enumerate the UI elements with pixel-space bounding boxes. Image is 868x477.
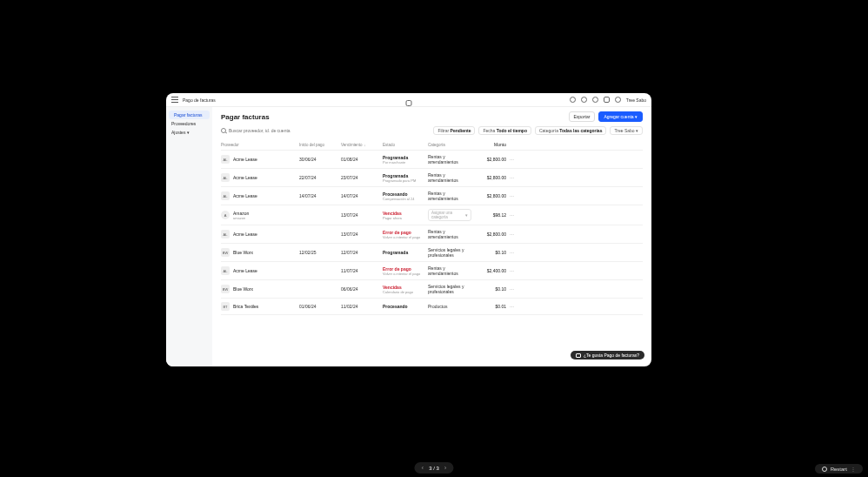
col-provider[interactable]: Proveedor (221, 143, 299, 147)
restart-button[interactable]: Restart ⋮ (815, 464, 863, 474)
add-account-button[interactable]: Agregar cuenta ▾ (598, 111, 643, 122)
cell-provider: AL Acme Lease (221, 266, 299, 275)
provider-badge: AL (221, 191, 230, 200)
cell-start: 30/06/24 (299, 157, 341, 162)
cell-due: 06/06/24 (341, 286, 383, 292)
cell-category: Rentas y arrendamientos (428, 229, 471, 239)
provider-badge: AL (221, 155, 230, 164)
feedback-bubble[interactable]: ¿Te gusta Pago de facturas? (571, 351, 644, 359)
col-amount[interactable]: Monto (471, 142, 506, 147)
cell-category: Productos (428, 304, 471, 309)
sidebar-item-pay-bills[interactable]: Pagar facturas (169, 111, 210, 119)
table-row[interactable]: AL Acme Lease 30/06/24 01/08/24 Programa… (221, 151, 643, 169)
bell-icon[interactable] (592, 97, 598, 103)
center-widget-icon[interactable] (406, 94, 412, 110)
table-row[interactable]: BW Blue Worx 12/02/25 12/07/24 Programad… (221, 244, 643, 262)
table-row[interactable]: AL Acme Lease 11/07/24 Error de pago Vol… (221, 262, 643, 280)
search-input[interactable] (229, 128, 430, 133)
col-status[interactable]: Estado (383, 143, 428, 147)
row-actions[interactable]: ⋯ (506, 250, 517, 255)
pager-next[interactable]: › (444, 464, 447, 472)
filter-user-pill[interactable]: Tree Sabo ▾ (610, 126, 643, 135)
chat-icon (576, 353, 581, 358)
cell-due: 13/07/24 (341, 212, 383, 218)
restart-icon (822, 467, 827, 472)
provider-badge: AL (221, 173, 230, 182)
row-actions[interactable]: ⋯ (506, 304, 517, 309)
app-window: Pago de facturas Tree Sabo Pagar factura… (166, 93, 651, 366)
cell-status: Procesando (383, 304, 428, 309)
row-actions[interactable]: ⋯ (506, 268, 517, 273)
page-title: Pagar facturas (221, 113, 270, 121)
col-start[interactable]: Inicio del pago (299, 143, 341, 147)
export-button[interactable]: Exportar (569, 111, 596, 122)
user-name[interactable]: Tree Sabo (626, 97, 646, 103)
cell-provider: BW Blue Worx (221, 248, 299, 257)
col-category[interactable]: Categoría (428, 143, 471, 147)
search-icon (221, 128, 226, 133)
cell-due: 11/07/24 (341, 268, 383, 273)
provider-badge: AL (221, 230, 230, 238)
cell-amount: $2,400.00 (471, 268, 506, 273)
pager-prev[interactable]: ‹ (421, 464, 424, 472)
cell-amount: $0.01 (471, 304, 506, 309)
cell-status: Programada Por marchante (383, 155, 428, 165)
cell-status: Vencidas Pagar ahora (383, 211, 428, 220)
provider-badge: BT (221, 302, 230, 311)
row-actions[interactable]: ⋯ (506, 212, 517, 218)
cell-category: Servicios legales y profesionales (428, 284, 471, 294)
menu-icon[interactable] (171, 97, 178, 104)
table-row[interactable]: BW Blue Worx 06/06/24 Vencidas Calendari… (221, 280, 643, 299)
row-actions[interactable]: ⋯ (506, 193, 517, 198)
row-actions[interactable]: ⋯ (506, 286, 517, 292)
filter-date-pill[interactable]: Fecha Todo el tiempo (478, 126, 531, 135)
help-icon[interactable] (615, 97, 621, 103)
filter-status-pill[interactable]: Filtrar Pendiente (433, 126, 475, 135)
cell-due: 13/07/24 (341, 232, 383, 237)
invoices-table: Proveedor Inicio del pago Vencimiento↓ E… (212, 139, 651, 366)
cell-amount: $2,800.00 (471, 157, 506, 162)
cell-due: 14/07/24 (341, 193, 383, 198)
category-select[interactable]: Asignar una categoría▾ (428, 209, 471, 221)
app-name: Pago de facturas (183, 97, 216, 103)
cell-due: 23/07/24 (341, 175, 383, 180)
cell-amount: $98.12 (471, 212, 506, 218)
cell-start: 22/07/24 (299, 175, 341, 180)
search-icon[interactable] (570, 97, 576, 103)
cell-provider: AL Acme Lease (221, 155, 299, 164)
cell-provider: BT Brica Textiles (221, 302, 299, 311)
sidebar-item-providers[interactable]: Proveedores (166, 119, 212, 128)
table-row[interactable]: BT Brica Textiles 01/06/24 11/02/24 Proc… (221, 299, 643, 315)
table-row[interactable]: A Amazonamazon 13/07/24 Vencidas Pagar a… (221, 205, 643, 225)
pager: ‹ 3 / 3 › (414, 462, 453, 474)
cell-due: 01/08/24 (341, 157, 383, 162)
provider-badge: A (221, 211, 230, 219)
provider-badge: BW (221, 248, 230, 257)
cell-provider: A Amazonamazon (221, 211, 299, 220)
row-actions[interactable]: ⋯ (506, 175, 517, 180)
cell-status: Error de pago Volver a intentar el pago (383, 266, 428, 276)
provider-badge: BW (221, 285, 230, 293)
cell-status: Vencidas Calendario de pago (383, 285, 428, 294)
row-actions[interactable]: ⋯ (506, 157, 517, 162)
cell-provider: BW Blue Worx (221, 285, 299, 293)
sidebar: Pagar facturas Proveedores Ajustes ▾ (166, 107, 212, 366)
cell-due: 11/02/24 (341, 304, 383, 309)
cell-amount: $2,800.00 (471, 175, 506, 180)
cell-amount: $2,800.00 (471, 193, 506, 198)
sidebar-item-settings[interactable]: Ajustes ▾ (166, 128, 212, 137)
table-row[interactable]: AL Acme Lease 22/07/24 23/07/24 Programa… (221, 169, 643, 187)
sort-down-icon: ↓ (364, 143, 366, 147)
row-actions[interactable]: ⋯ (506, 232, 517, 237)
cell-amount: $2,800.00 (471, 232, 506, 237)
col-due[interactable]: Vencimiento↓ (341, 143, 383, 147)
cell-start: 12/02/25 (299, 250, 341, 255)
table-row[interactable]: AL Acme Lease 13/07/24 Error de pago Vol… (221, 225, 643, 244)
filter-category-pill[interactable]: Categoría Todas las categorías (535, 126, 606, 135)
table-row[interactable]: AL Acme Lease 14/07/24 14/07/24 Procesan… (221, 187, 643, 205)
cell-provider: AL Acme Lease (221, 230, 299, 238)
cell-provider: AL Acme Lease (221, 191, 299, 200)
apps-icon[interactable] (604, 97, 610, 103)
provider-badge: AL (221, 266, 230, 275)
notifications-icon[interactable] (581, 97, 587, 103)
